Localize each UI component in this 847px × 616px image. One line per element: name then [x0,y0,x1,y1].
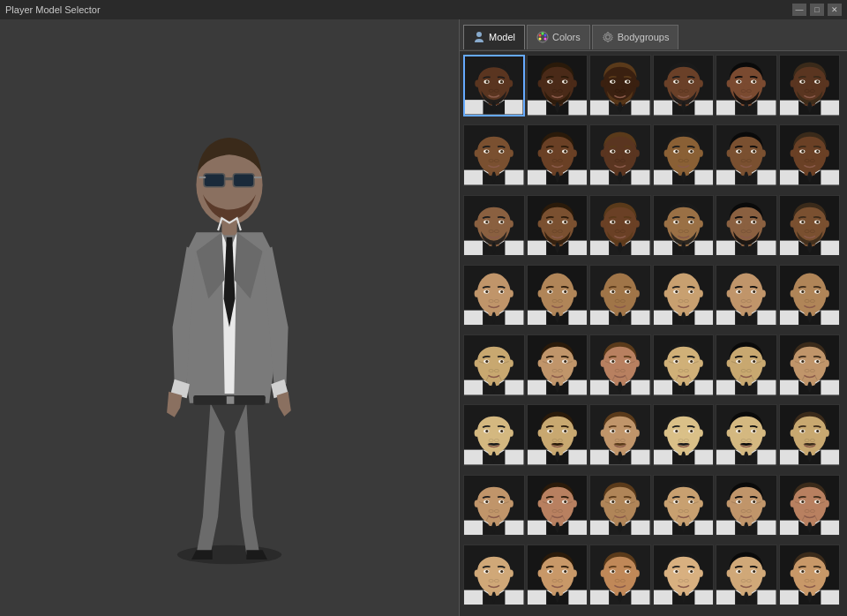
model-thumb[interactable] [527,545,588,606]
svg-point-458 [738,430,740,432]
svg-point-14 [543,34,546,37]
grid-container [460,51,847,616]
model-thumb[interactable] [716,195,777,257]
model-thumb[interactable] [716,124,777,186]
model-thumb[interactable] [463,404,525,466]
model-thumb[interactable] [527,334,588,396]
model-thumb[interactable] [589,55,651,116]
model-thumb[interactable] [716,475,777,537]
tab-model[interactable]: Model [463,25,525,49]
model-thumb[interactable] [527,195,588,257]
svg-point-50 [611,80,614,83]
model-thumb[interactable] [527,265,588,327]
svg-point-292 [741,299,746,302]
model-thumb[interactable] [779,124,841,186]
svg-point-137 [684,160,688,162]
model-thumb[interactable] [527,55,588,116]
svg-point-627 [753,570,755,573]
model-thumb[interactable] [716,404,777,466]
tab-colors[interactable]: Colors [527,25,590,49]
model-thumb[interactable] [716,265,777,327]
model-thumb[interactable] [463,475,525,537]
right-panel: Model Colors Bodygroups [459,19,847,616]
svg-point-531 [690,500,693,502]
svg-point-391 [823,359,828,366]
model-thumb[interactable] [589,265,651,327]
model-grid[interactable] [463,55,843,612]
svg-point-358 [663,359,669,366]
close-button[interactable]: ✕ [828,4,842,16]
model-thumb[interactable] [589,404,651,466]
svg-point-379 [753,360,755,363]
svg-point-511 [634,500,640,507]
model-thumb[interactable] [779,404,841,466]
model-thumb[interactable] [463,124,525,186]
svg-point-410 [485,430,488,432]
model-thumb[interactable] [589,475,651,537]
svg-point-581 [494,579,498,582]
model-thumb[interactable] [779,475,841,537]
model-thumb[interactable] [653,265,715,327]
model-thumb[interactable] [463,334,525,396]
model-thumb[interactable] [589,195,651,257]
model-thumb[interactable] [527,475,588,537]
svg-point-611 [697,569,702,576]
svg-point-110 [549,150,551,153]
model-thumb[interactable] [653,55,715,116]
minimize-button[interactable]: — [792,4,806,16]
model-thumb[interactable] [589,545,651,606]
model-thumb[interactable] [589,124,651,186]
svg-point-106 [537,150,543,157]
svg-point-46 [601,79,606,86]
model-thumb[interactable] [653,404,715,466]
svg-point-499 [564,500,566,502]
svg-point-635 [823,569,828,576]
svg-point-472 [804,439,808,442]
svg-point-218 [738,220,740,222]
model-thumb[interactable] [779,334,841,396]
svg-point-146 [738,150,740,153]
svg-point-303 [816,290,819,293]
svg-point-526 [663,500,669,507]
svg-point-314 [485,360,488,363]
svg-point-327 [571,359,576,366]
model-thumb[interactable] [779,55,841,116]
model-thumb[interactable] [653,124,715,186]
svg-point-347 [626,360,629,363]
maximize-button[interactable]: □ [810,4,824,16]
tab-bodygroups[interactable]: Bodygroups [592,25,679,49]
model-thumb[interactable] [716,55,777,116]
svg-point-546 [738,500,740,502]
svg-point-167 [508,220,513,227]
svg-point-443 [697,430,702,437]
model-thumb[interactable] [779,545,841,606]
model-thumb[interactable] [463,55,525,116]
main-area: Model Colors Bodygroups [0,19,847,616]
model-thumb[interactable] [653,475,715,537]
svg-point-590 [549,570,551,573]
svg-point-38 [549,80,551,83]
model-thumb[interactable] [463,265,525,327]
svg-point-179 [571,220,576,227]
svg-point-580 [489,579,493,582]
model-thumb[interactable] [463,545,525,606]
svg-point-332 [551,369,556,372]
svg-point-124 [615,160,619,162]
model-thumb[interactable] [653,195,715,257]
model-thumb[interactable] [716,334,777,396]
svg-point-94 [475,150,480,157]
model-thumb[interactable] [527,404,588,466]
model-thumb[interactable] [589,334,651,396]
svg-point-381 [746,369,751,372]
model-thumb[interactable] [779,195,841,257]
svg-point-634 [790,569,795,576]
svg-point-76 [741,89,746,92]
svg-point-396 [804,369,808,372]
svg-point-233 [810,229,814,232]
model-thumb[interactable] [653,545,715,606]
model-thumb[interactable] [779,265,841,327]
model-thumb[interactable] [527,124,588,186]
model-thumb[interactable] [653,334,715,396]
model-thumb[interactable] [716,545,777,606]
model-thumb[interactable] [463,195,525,257]
